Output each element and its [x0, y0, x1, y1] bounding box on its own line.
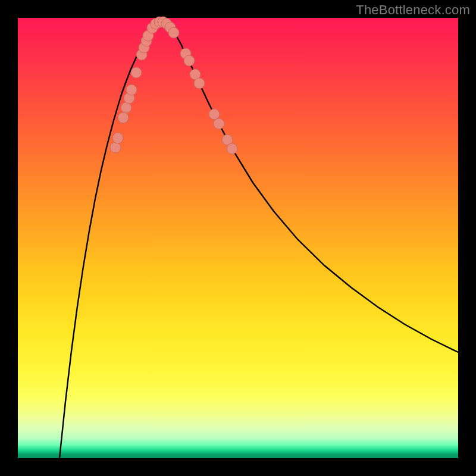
curve-dot [126, 84, 137, 95]
curve-dots [110, 17, 237, 154]
curve-dot [209, 109, 220, 120]
outer-frame: TheBottleneck.com [0, 0, 476, 476]
curve-dot [118, 112, 129, 123]
gradient-plot-area [18, 18, 458, 458]
curve-dot [121, 102, 131, 113]
curve-dot [194, 78, 205, 89]
curve-dot [214, 118, 224, 129]
curve-dot [131, 67, 142, 78]
watermark-text: TheBottleneck.com [356, 2, 470, 18]
curve-dot [227, 143, 237, 154]
curve-dot [168, 27, 179, 38]
curve-dot [112, 133, 123, 143]
curve-dot [184, 55, 195, 66]
curve-dot [110, 142, 121, 153]
v-curve [60, 21, 458, 458]
bottleneck-curve-svg [18, 18, 458, 458]
